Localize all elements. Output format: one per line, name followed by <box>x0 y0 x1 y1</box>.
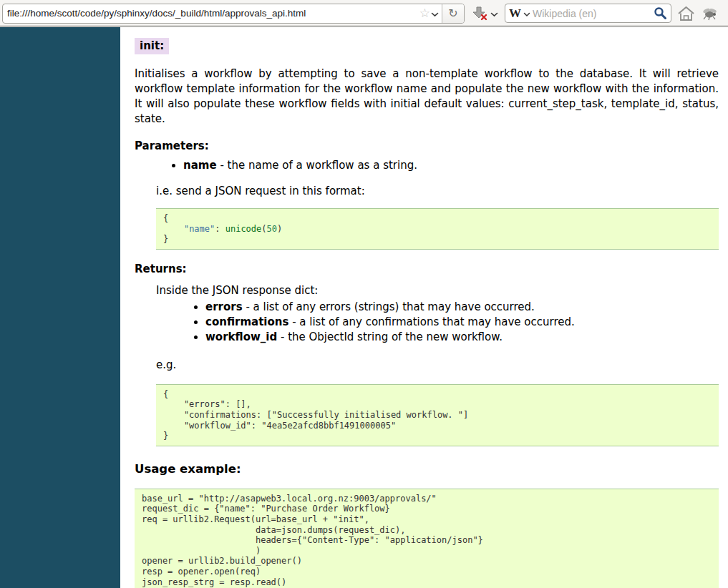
returns-item-term: confirmations <box>205 315 288 328</box>
usage-example-heading: Usage example: <box>135 462 719 476</box>
url-input[interactable] <box>3 8 419 19</box>
code-block-usage-example: base_url = "http://asapweb3.local.org.nz… <box>135 489 719 588</box>
code-block-json-response: { "errors": [], "confirmations: ["Succes… <box>156 384 719 446</box>
search-engine-chevron-icon[interactable] <box>523 6 530 20</box>
init-label: init: <box>135 38 169 54</box>
parameters-heading: Parameters: <box>135 139 719 152</box>
code-block-json-request: { "name": unicode(50) } <box>156 208 719 250</box>
search-engine-icon[interactable]: W <box>509 7 521 19</box>
code-token: { <box>163 213 184 234</box>
returns-list: errors - a list of any errors (strings) … <box>135 300 719 345</box>
parameter-term: name <box>183 159 217 172</box>
returns-item: errors - a list of any errors (strings) … <box>205 300 719 315</box>
url-history-chevron-icon[interactable] <box>431 6 439 20</box>
page-body: init: Initialises a workflow by attempti… <box>0 27 728 588</box>
parameter-desc: - the name of a workflow as a string. <box>217 159 417 172</box>
returns-item-term: workflow_id <box>205 330 277 343</box>
search-bar[interactable]: W <box>505 4 671 23</box>
code-token: ( <box>261 224 266 234</box>
code-token: : <box>215 224 225 234</box>
returns-item: confirmations - a list of any confirmati… <box>205 315 719 330</box>
addon-fly-icon[interactable] <box>702 6 719 21</box>
parameter-item: name - the name of a workflow as a strin… <box>183 158 719 173</box>
search-input[interactable] <box>533 8 651 19</box>
eg-lead: e.g. <box>156 358 719 371</box>
reload-button[interactable]: ↻ <box>442 4 464 23</box>
search-icon[interactable] <box>654 6 667 20</box>
browser-toolbar: ☆ ↻ W <box>0 0 728 27</box>
sidebar <box>0 27 120 588</box>
returns-item-term: errors <box>205 300 243 313</box>
home-button[interactable] <box>676 5 696 22</box>
returns-item: workflow_id - the ObjectId string of the… <box>205 330 719 345</box>
download-control <box>470 6 500 21</box>
intro-paragraph: Initialises a workflow by attempting to … <box>135 67 719 127</box>
code-token: unicode <box>225 224 262 234</box>
returns-heading: Returns: <box>135 263 719 275</box>
url-bar[interactable]: ☆ ↻ <box>2 4 465 24</box>
parameters-list: name - the name of a workflow as a strin… <box>135 158 719 173</box>
download-icon[interactable] <box>471 6 488 21</box>
json-format-lead: i.e. send a JSON request in this format: <box>156 185 719 197</box>
browser-window: ☆ ↻ W <box>0 0 728 588</box>
document-content: init: Initialises a workflow by attempti… <box>120 27 728 588</box>
code-token: "name" <box>184 224 215 234</box>
code-token: 50 <box>267 224 277 234</box>
bookmark-star-icon[interactable]: ☆ <box>419 7 431 19</box>
download-chevron-icon[interactable] <box>490 6 498 20</box>
returns-intro: Inside the JSON response dict: <box>156 284 719 297</box>
